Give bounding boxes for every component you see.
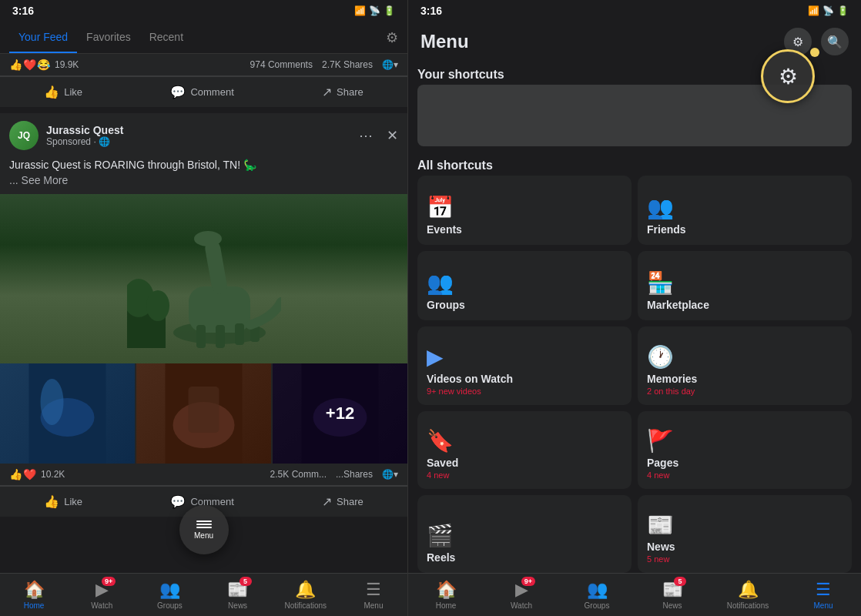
right-phone: 3:16 📶 📡 🔋 Menu ⚙ 🔍 ⚙ Your shortcuts All… — [408, 0, 861, 616]
post2-body: Jurassic Quest is ROARING through Bristo… — [0, 158, 407, 194]
nav-settings-icon[interactable]: ⚙ — [386, 29, 398, 46]
tab-favorites[interactable]: Favorites — [77, 22, 140, 53]
right-nav-watch[interactable]: 9+ ▶ Watch — [484, 574, 559, 616]
r-home-label: Home — [436, 601, 457, 610]
post2-grid-img-2 — [136, 363, 271, 464]
shortcut-news[interactable]: 📰 News 5 new — [638, 495, 852, 573]
news-icon-right: 📰 — [647, 512, 843, 537]
shortcut-memories[interactable]: 🕐 Memories 2 on this day — [638, 326, 852, 404]
feed-scroll: 👍 ❤️ 😂 19.9K 974 Comments 2.7K Shares 🌐▾… — [0, 54, 407, 573]
right-status-icons: 📶 📡 🔋 — [808, 5, 849, 16]
post2-header: JQ Jurassic Quest Sponsored · 🌐 ⋯ ✕ — [0, 113, 407, 158]
like-icon: 👍 — [44, 85, 59, 99]
right-nav-menu[interactable]: ☰ Menu — [786, 574, 861, 616]
gear-icon: ⚙ — [792, 35, 803, 49]
privacy-icon: 🌐▾ — [382, 59, 398, 70]
shortcut-marketplace[interactable]: 🏪 Marketplace — [638, 251, 852, 320]
post1-reactions-bar: 👍 ❤️ 😂 19.9K 974 Comments 2.7K Shares 🌐▾ — [0, 54, 407, 76]
post2-menu-btn[interactable]: ⋯ — [359, 127, 373, 144]
right-search-btn[interactable]: 🔍 — [821, 28, 849, 55]
notifications-label-left: Notifications — [285, 601, 327, 610]
r-groups-icon: 👥 — [587, 580, 608, 600]
left-nav-watch[interactable]: 9+ ▶ Watch — [68, 574, 136, 616]
svg-rect-6 — [235, 323, 244, 345]
groups-label-left: Groups — [157, 601, 183, 610]
svg-point-3 — [194, 231, 222, 246]
news-name: News — [647, 541, 843, 553]
left-nav-news[interactable]: 5 📰 News — [204, 574, 272, 616]
news-sub: 5 new — [647, 554, 843, 564]
friends-name: Friends — [647, 223, 843, 236]
comment-icon: 💬 — [170, 85, 186, 99]
shortcut-reels[interactable]: 🎬 Reels — [417, 495, 632, 573]
p2-share-icon: ↗ — [322, 494, 332, 509]
post2-text: Jurassic Quest is ROARING through Bristo… — [9, 159, 256, 171]
more-images-overlay: +12 — [273, 363, 407, 464]
post2-sub: Sponsored · 🌐 — [46, 136, 351, 147]
shortcut-groups[interactable]: 👥 Groups — [417, 251, 632, 320]
videos-name: Videos on Watch — [427, 373, 622, 385]
r-watch-label: Watch — [511, 601, 532, 610]
right-nav-news[interactable]: 5 📰 News — [635, 574, 710, 616]
post1-reactions-count: 19.9K — [55, 59, 79, 70]
events-name: Events — [427, 223, 622, 236]
right-nav-notifications[interactable]: 🔔 Notifications — [710, 574, 786, 616]
r-notifications-icon: 🔔 — [738, 580, 759, 600]
wifi-icon: 📡 — [369, 5, 380, 16]
post2-like-btn[interactable]: 👍 Like — [32, 490, 95, 514]
tab-recent[interactable]: Recent — [140, 22, 193, 53]
memories-icon: 🕐 — [647, 344, 843, 370]
gear-highlight-circle: ⚙ — [761, 49, 815, 103]
left-nav-menu[interactable]: ☰ Menu — [340, 574, 407, 616]
left-phone: 3:16 📶 📡 🔋 Your Feed Favorites Recent ⚙ … — [0, 0, 408, 616]
shortcut-saved[interactable]: 🔖 Saved 4 new — [417, 411, 632, 489]
post1-like-btn[interactable]: 👍 Like — [32, 80, 95, 104]
grid-img-2-svg — [136, 363, 271, 464]
post2-reactions-count: 10.2K — [41, 469, 65, 480]
post1-comment-btn[interactable]: 💬 Comment — [158, 80, 246, 104]
like-emoji: 👍 — [9, 59, 22, 71]
memories-name: Memories — [647, 373, 843, 385]
news-label-left: News — [228, 601, 247, 610]
post1-reaction-right: 974 Comments 2.7K Shares 🌐▾ — [250, 59, 398, 70]
r-home-icon: 🏠 — [436, 580, 457, 600]
post1-shares-count: 2.7K Shares — [322, 59, 373, 70]
left-nav-home[interactable]: 🏠 Home — [0, 574, 68, 616]
r-menu-icon: ☰ — [816, 580, 831, 600]
signal-icon: 📶 — [354, 5, 366, 16]
search-icon: 🔍 — [827, 35, 843, 49]
p2-comment-icon: 💬 — [170, 494, 186, 509]
r-signal-icon: 📶 — [808, 5, 819, 16]
post2-like-label: Like — [64, 496, 82, 507]
shortcut-friends[interactable]: 👥 Friends — [638, 176, 852, 245]
videos-icon: ▶ — [427, 344, 622, 370]
friends-icon: 👥 — [647, 195, 843, 220]
right-nav-home[interactable]: 🏠 Home — [408, 574, 484, 616]
shortcut-pages[interactable]: 🚩 Pages 4 new — [638, 411, 852, 489]
right-header: Menu ⚙ 🔍 ⚙ — [408, 22, 861, 62]
post2-shares-count: ...Shares — [336, 469, 373, 480]
svg-rect-4 — [196, 325, 206, 348]
r-battery-icon: 🔋 — [837, 5, 849, 16]
r-watch-badge: 9+ — [521, 577, 535, 586]
tab-your-feed[interactable]: Your Feed — [9, 22, 77, 53]
right-nav-groups[interactable]: 👥 Groups — [559, 574, 635, 616]
post2-close-btn[interactable]: ✕ — [387, 127, 398, 144]
shortcut-events[interactable]: 📅 Events — [417, 176, 632, 245]
post2-reaction-left: 👍 ❤️ 10.2K — [9, 468, 65, 480]
watch-label: Watch — [91, 601, 112, 610]
menu-circle-overlay[interactable]: Menu — [179, 505, 229, 554]
svg-rect-5 — [216, 325, 225, 348]
saved-sub: 4 new — [427, 470, 622, 480]
post1-share-btn[interactable]: ↗ Share — [310, 80, 376, 104]
left-status-icons: 📶 📡 🔋 — [354, 5, 395, 16]
marketplace-icon: 🏪 — [647, 270, 843, 296]
left-nav-groups[interactable]: 👥 Groups — [136, 574, 203, 616]
p2-like-icon: 👍 — [44, 494, 59, 509]
home-label: Home — [24, 601, 45, 610]
groups-name: Groups — [427, 299, 622, 311]
post2-share-btn[interactable]: ↗ Share — [310, 490, 376, 514]
post2-see-more[interactable]: ... See More — [9, 174, 68, 186]
left-nav-notifications[interactable]: 🔔 Notifications — [272, 574, 340, 616]
shortcut-videos[interactable]: ▶ Videos on Watch 9+ new videos — [417, 326, 632, 404]
